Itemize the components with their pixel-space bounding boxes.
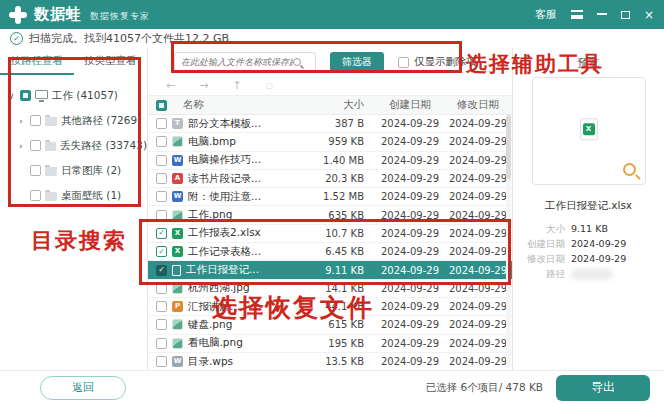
row-checkbox[interactable] [156, 136, 167, 147]
menu-icon[interactable] [571, 10, 583, 19]
tree-checkbox[interactable] [30, 115, 41, 126]
row-checkbox[interactable] [156, 191, 167, 202]
sidebar-tabs: 按路径查看 按类型查看 [0, 48, 147, 75]
row-checkbox[interactable] [156, 301, 167, 312]
folder-icon [45, 167, 57, 176]
tree-item-label: 工作 (41057) [52, 89, 118, 103]
export-button[interactable]: 导出 [556, 375, 650, 401]
file-modified-date: 2024-09-29 [444, 338, 512, 349]
tree-checkbox[interactable] [30, 190, 41, 201]
chevron-icon[interactable]: ∨ [6, 91, 16, 101]
row-checkbox[interactable] [156, 118, 167, 129]
column-name[interactable]: 名称 [183, 98, 204, 112]
file-row[interactable]: 键盘.png615 KB2024-09-292024-09-29 [148, 316, 512, 334]
folder-icon [45, 192, 57, 201]
row-checkbox[interactable] [156, 155, 167, 166]
file-size: 195 KB [306, 338, 376, 349]
image-file-icon [172, 136, 183, 147]
row-checkbox[interactable] [156, 265, 167, 276]
sidebar: 按路径查看 按类型查看 ∨工作 (41057)›其他路径 (7269)›丢失路径… [0, 48, 148, 370]
row-checkbox[interactable] [156, 319, 167, 330]
bottom-bar: 返回 已选择 6个项目/ 478 KB 导出 [0, 370, 664, 404]
image-file-icon [172, 210, 183, 221]
file-row[interactable]: A读书片段记录...20.3 KB2024-09-292024-09-29 [148, 170, 512, 188]
row-checkbox[interactable] [156, 283, 167, 294]
tree-checkbox[interactable] [20, 90, 31, 101]
preview-panel: 预览 X 工作日报登记.xlsx 大小9.11 KB创建日期2024-09-29… [512, 48, 664, 370]
file-modified-date: 2024-09-29 [444, 319, 512, 330]
file-size: 10.7 KB [306, 228, 376, 239]
back-arrow-icon[interactable]: ← [166, 79, 175, 92]
select-all-checkbox[interactable] [156, 100, 167, 111]
file-row[interactable]: P汇报讲解...44.1 KB2024-09-292024-09-29 [148, 298, 512, 316]
row-checkbox[interactable] [156, 210, 167, 221]
path-separator-icon: ▫ [266, 79, 273, 92]
support-link[interactable]: 客服 [535, 7, 557, 22]
word-file-icon: W [172, 191, 183, 202]
minimize-icon[interactable] [597, 13, 607, 15]
only-deleted-label: 仅显示删除项 [414, 55, 477, 69]
file-created-date: 2024-09-29 [376, 155, 444, 166]
computer-icon [35, 90, 48, 99]
tree-checkbox[interactable] [30, 140, 41, 151]
file-row[interactable]: W电脑操作技巧...1.40 MB2024-09-292024-09-29 [148, 152, 512, 170]
tree-item[interactable]: ›其他路径 (7269) [0, 108, 147, 133]
search-box[interactable] [174, 52, 316, 73]
file-row[interactable]: W附：使用注意...1.52 MB2024-09-292024-09-29 [148, 188, 512, 206]
tab-by-path[interactable]: 按路径查看 [0, 48, 74, 75]
preview-filename: 工作日报登记.xlsx [513, 199, 664, 213]
row-checkbox[interactable] [156, 228, 167, 239]
file-created-date: 2024-09-29 [376, 338, 444, 349]
row-checkbox[interactable] [156, 338, 167, 349]
chevron-icon[interactable]: › [16, 116, 26, 126]
chevron-icon[interactable]: › [16, 141, 26, 151]
file-row[interactable]: 电脑.bmp959 KB2024-09-292024-09-29 [148, 133, 512, 151]
search-row: 筛选器 仅显示删除项 [148, 48, 512, 76]
file-modified-date: 2024-09-29 [444, 173, 512, 184]
back-button[interactable]: 返回 [40, 376, 126, 400]
forward-arrow-icon[interactable]: → [199, 79, 208, 92]
excel-file-icon: X [580, 118, 598, 140]
up-arrow-icon[interactable]: ↑ [232, 79, 241, 92]
close-icon[interactable]: × [644, 9, 654, 21]
pdf-file-icon: A [172, 173, 183, 184]
file-row[interactable]: X工作报表2.xlsx10.7 KB2024-09-292024-09-29 [148, 225, 512, 243]
file-row[interactable]: X工作记录表格...6.45 KB2024-09-292024-09-29 [148, 243, 512, 261]
tree-item[interactable]: 桌面壁纸 (1) [0, 183, 147, 208]
file-row[interactable]: T部分文本模板...387 B2024-09-292024-09-29 [148, 115, 512, 133]
zoom-preview-icon[interactable] [623, 163, 636, 176]
search-input[interactable] [181, 57, 293, 67]
row-checkbox[interactable] [156, 356, 167, 367]
maximize-icon[interactable] [621, 11, 630, 19]
preview-meta-row: 大小9.11 KB [513, 221, 664, 236]
tree-checkbox[interactable] [30, 165, 41, 176]
file-row[interactable]: 看电脑.png195 KB2024-09-292024-09-29 [148, 335, 512, 353]
tree-item[interactable]: ›丢失路径 (33743) [0, 133, 147, 158]
scrollbar-thumb[interactable] [506, 115, 511, 179]
tab-by-type[interactable]: 按类型查看 [74, 48, 148, 75]
image-file-icon [172, 338, 183, 349]
column-size[interactable]: 大小 [306, 98, 376, 112]
word-file-icon: W [172, 155, 183, 166]
tree-item[interactable]: 日常图库 (2) [0, 158, 147, 183]
folder-icon [45, 117, 57, 126]
file-modified-date: 2024-09-29 [444, 191, 512, 202]
only-deleted-toggle[interactable]: 仅显示删除项 [398, 55, 477, 69]
file-row[interactable]: W目录.wps13.5 KB2024-09-292024-09-29 [148, 353, 512, 370]
row-checkbox[interactable] [156, 173, 167, 184]
column-modified[interactable]: 修改日期 [444, 98, 512, 112]
file-created-date: 2024-09-29 [376, 228, 444, 239]
image-file-icon [172, 283, 183, 294]
excel-file-icon: X [172, 246, 183, 257]
file-row[interactable]: 杭州西湖.jpg14.1 KB2024-09-292024-09-29 [148, 280, 512, 298]
file-table-body: T部分文本模板...387 B2024-09-292024-09-29电脑.bm… [148, 115, 512, 370]
column-created[interactable]: 创建日期 [376, 98, 444, 112]
row-checkbox[interactable] [156, 246, 167, 257]
only-deleted-checkbox[interactable] [398, 57, 409, 68]
filter-button[interactable]: 筛选器 [330, 52, 384, 72]
tree-item[interactable]: ∨工作 (41057) [0, 83, 147, 108]
vertical-scrollbar[interactable] [506, 115, 511, 368]
file-row[interactable]: 工作.png635 KB2024-09-292024-09-29 [148, 206, 512, 224]
file-size: 635 KB [306, 210, 376, 221]
file-row[interactable]: 工作日报登记...9.11 KB2024-09-292024-09-29 [148, 261, 512, 279]
